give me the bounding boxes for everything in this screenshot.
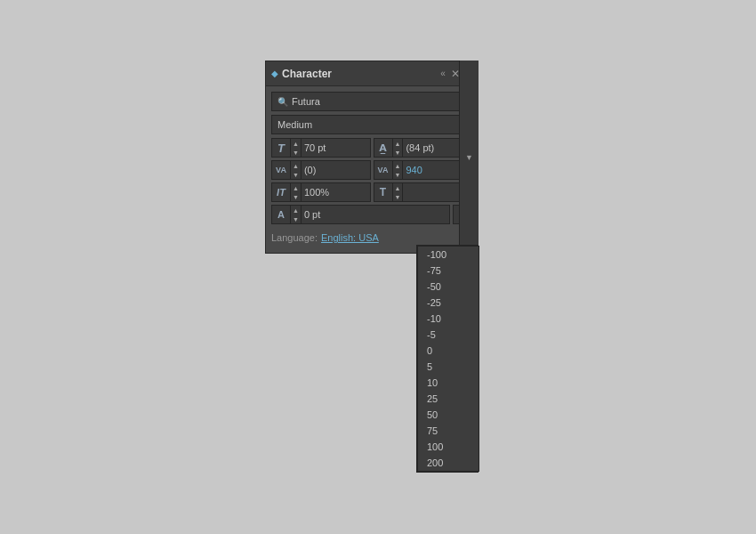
font-size-input[interactable] (302, 142, 335, 153)
tracking-option--10[interactable]: -10 (418, 311, 479, 327)
horizontal-scale-input[interactable] (403, 187, 435, 198)
horizontal-scale-up[interactable]: ▲ (393, 183, 403, 192)
baseline-input[interactable] (302, 209, 346, 220)
font-size-icon: T (272, 142, 290, 155)
font-name-input[interactable] (292, 96, 466, 107)
baseline-up[interactable]: ▲ (291, 206, 301, 214)
row-scale: IT ▲ ▼ ▼ T ▲ ▼ ▼ (271, 182, 472, 202)
row-font-size-leading: T ▲ ▼ ▼ A̲ ▲ ▼ ▼ (271, 138, 472, 158)
tracking-option--25[interactable]: -25 (418, 295, 479, 311)
font-style-value: Medium (277, 119, 466, 130)
horizontal-scale-spinners[interactable]: ▲ ▼ (392, 183, 404, 201)
font-size-spinners[interactable]: ▲ ▼ (290, 139, 302, 157)
font-size-down[interactable]: ▼ (291, 148, 301, 157)
font-size-up[interactable]: ▲ (291, 139, 301, 148)
kerning-icon: VA (272, 166, 290, 174)
tracking-option-50[interactable]: 50 (418, 407, 479, 423)
vertical-scale-icon: IT (272, 187, 290, 198)
tracking-spinners[interactable]: ▲ ▼ (392, 161, 404, 179)
row-kerning-tracking: VA ▲ ▼ ▼ VA ▲ ▼ ▼ (271, 160, 472, 180)
vertical-scale-spinners[interactable]: ▲ ▼ (290, 183, 302, 201)
tracking-option-5[interactable]: 5 (418, 359, 479, 375)
tracking-up[interactable]: ▲ (393, 161, 403, 170)
tracking-option-200[interactable]: 200 (418, 455, 479, 471)
tracking-option-0[interactable]: 0 (418, 343, 479, 359)
font-style-dropdown-wrapper[interactable]: Medium ▼ (271, 115, 472, 134)
horizontal-scale-field[interactable]: T ▲ ▼ ▼ (374, 182, 473, 202)
row-baseline: A ▲ ▼ ▲ ▼ (271, 205, 472, 224)
baseline-icon: A (272, 209, 290, 220)
panel-body: 🔍 ▼ Medium ▼ T ▲ ▼ (266, 86, 478, 253)
kerning-field[interactable]: VA ▲ ▼ ▼ (271, 160, 371, 180)
panel-title-left: ◆ Character (271, 68, 332, 80)
leading-down[interactable]: ▼ (393, 148, 403, 157)
language-value[interactable]: English: USA (321, 232, 379, 243)
diamond-icon: ◆ (271, 69, 278, 78)
tracking-option-100[interactable]: 100 (418, 439, 479, 455)
horizontal-scale-icon: T (374, 186, 392, 198)
leading-up[interactable]: ▲ (393, 139, 403, 148)
font-name-search-row[interactable]: 🔍 ▼ (271, 92, 472, 111)
character-panel: ◆ Character « ✕ ≡ 🔍 ▼ Medium ▼ (265, 61, 479, 254)
panel-titlebar: ◆ Character « ✕ ≡ (266, 61, 478, 86)
tracking-option--50[interactable]: -50 (418, 279, 479, 295)
tracking-icon: VA (374, 166, 392, 174)
tracking-option-25[interactable]: 25 (418, 391, 479, 407)
tracking-option-10[interactable]: 10 (418, 375, 479, 391)
tracking-input[interactable] (403, 165, 430, 175)
baseline-down[interactable]: ▼ (291, 214, 301, 223)
tracking-option--5[interactable]: -5 (418, 327, 479, 343)
horizontal-scale-down[interactable]: ▼ (393, 192, 403, 201)
tracking-option--100[interactable]: -100 (418, 247, 479, 263)
font-style-row[interactable]: Medium ▼ (271, 115, 472, 134)
tracking-dropdown-popup: -100 -75 -50 -25 -10 -5 0 5 10 25 50 75 … (416, 245, 479, 473)
horizontal-scale-dropdown[interactable]: ▼ (459, 61, 479, 254)
tracking-option--75[interactable]: -75 (418, 263, 479, 279)
leading-spinners[interactable]: ▲ ▼ (392, 139, 404, 157)
vertical-scale-input[interactable] (302, 187, 334, 198)
baseline-field[interactable]: A ▲ ▼ (271, 205, 450, 224)
font-size-field[interactable]: T ▲ ▼ ▼ (271, 138, 371, 158)
panel-title: Character (282, 68, 332, 80)
leading-field[interactable]: A̲ ▲ ▼ ▼ (374, 138, 473, 158)
search-icon: 🔍 (277, 97, 288, 107)
kerning-up[interactable]: ▲ (291, 161, 301, 170)
tracking-option-75[interactable]: 75 (418, 423, 479, 439)
kerning-down[interactable]: ▼ (291, 170, 301, 179)
baseline-spinners[interactable]: ▲ ▼ (290, 206, 302, 223)
leading-icon: A̲ (374, 142, 392, 154)
vertical-scale-down[interactable]: ▼ (291, 192, 301, 201)
kerning-input[interactable] (302, 165, 328, 175)
tracking-down[interactable]: ▼ (393, 170, 403, 179)
kerning-spinners[interactable]: ▲ ▼ (290, 161, 302, 179)
vertical-scale-up[interactable]: ▲ (291, 183, 301, 192)
collapse-icon[interactable]: « (440, 69, 446, 78)
language-label: Language: (271, 232, 318, 243)
leading-input[interactable] (403, 142, 440, 153)
vertical-scale-field[interactable]: IT ▲ ▼ ▼ (271, 182, 371, 202)
tracking-field[interactable]: VA ▲ ▼ ▼ (374, 160, 473, 180)
